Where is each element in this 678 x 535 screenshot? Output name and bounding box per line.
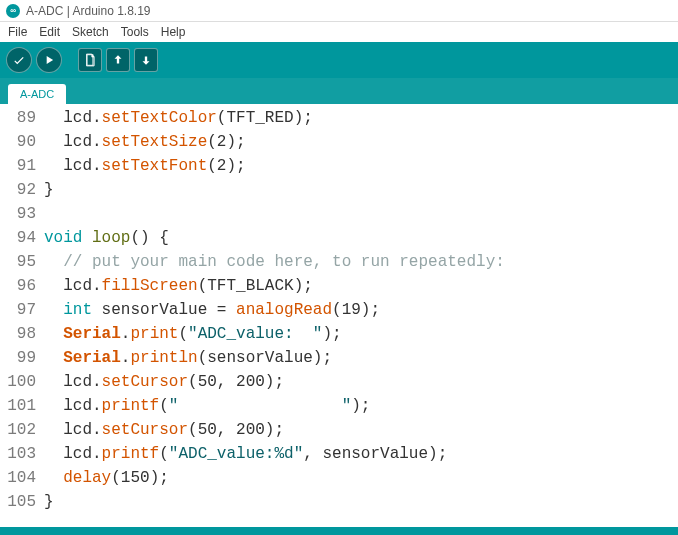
line-number: 99: [0, 346, 44, 370]
code-content[interactable]: lcd.printf("ADC_value:%d", sensorValue);: [44, 442, 678, 466]
code-line[interactable]: 98 Serial.print("ADC_value: ");: [0, 322, 678, 346]
save-sketch-button[interactable]: [134, 48, 158, 72]
menu-tools[interactable]: Tools: [115, 23, 155, 41]
code-content[interactable]: lcd.fillScreen(TFT_BLACK);: [44, 274, 678, 298]
window-title: A-ADC | Arduino 1.8.19: [26, 4, 151, 18]
code-content[interactable]: void loop() {: [44, 226, 678, 250]
code-line[interactable]: 94void loop() {: [0, 226, 678, 250]
code-content[interactable]: delay(150);: [44, 466, 678, 490]
verify-button[interactable]: [6, 47, 32, 73]
open-sketch-button[interactable]: [106, 48, 130, 72]
code-content[interactable]: // put your main code here, to run repea…: [44, 250, 678, 274]
code-line[interactable]: 93: [0, 202, 678, 226]
tab-strip: A-ADC: [0, 78, 678, 104]
line-number: 104: [0, 466, 44, 490]
code-content[interactable]: lcd.setTextColor(TFT_RED);: [44, 106, 678, 130]
code-content[interactable]: lcd.setCursor(50, 200);: [44, 418, 678, 442]
menu-sketch[interactable]: Sketch: [66, 23, 115, 41]
code-content[interactable]: lcd.setTextSize(2);: [44, 130, 678, 154]
toolbar: [0, 42, 678, 78]
code-line[interactable]: 95 // put your main code here, to run re…: [0, 250, 678, 274]
code-line[interactable]: 100 lcd.setCursor(50, 200);: [0, 370, 678, 394]
line-number: 92: [0, 178, 44, 202]
line-number: 93: [0, 202, 44, 226]
code-line[interactable]: 90 lcd.setTextSize(2);: [0, 130, 678, 154]
line-number: 97: [0, 298, 44, 322]
code-content[interactable]: int sensorValue = analogRead(19);: [44, 298, 678, 322]
check-icon: [12, 53, 26, 67]
code-line[interactable]: 99 Serial.println(sensorValue);: [0, 346, 678, 370]
code-content[interactable]: }: [44, 178, 678, 202]
code-content[interactable]: lcd.setCursor(50, 200);: [44, 370, 678, 394]
menu-help[interactable]: Help: [155, 23, 192, 41]
arrow-right-icon: [42, 53, 56, 67]
code-line[interactable]: 103 lcd.printf("ADC_value:%d", sensorVal…: [0, 442, 678, 466]
line-number: 94: [0, 226, 44, 250]
status-bar: [0, 527, 678, 535]
arduino-app-icon: ∞: [6, 4, 20, 18]
code-line[interactable]: 89 lcd.setTextColor(TFT_RED);: [0, 106, 678, 130]
line-number: 105: [0, 490, 44, 514]
code-line[interactable]: 91 lcd.setTextFont(2);: [0, 154, 678, 178]
file-icon: [83, 53, 97, 67]
arrow-up-icon: [111, 53, 125, 67]
code-editor[interactable]: 89 lcd.setTextColor(TFT_RED);90 lcd.setT…: [0, 104, 678, 527]
code-content[interactable]: }: [44, 490, 678, 514]
menu-file[interactable]: File: [2, 23, 33, 41]
menu-edit[interactable]: Edit: [33, 23, 66, 41]
line-number: 91: [0, 154, 44, 178]
line-number: 98: [0, 322, 44, 346]
code-line[interactable]: 101 lcd.printf(" ");: [0, 394, 678, 418]
code-line[interactable]: 92}: [0, 178, 678, 202]
line-number: 100: [0, 370, 44, 394]
line-number: 101: [0, 394, 44, 418]
code-line[interactable]: 104 delay(150);: [0, 466, 678, 490]
code-content[interactable]: lcd.printf(" ");: [44, 394, 678, 418]
line-number: 89: [0, 106, 44, 130]
code-line[interactable]: 102 lcd.setCursor(50, 200);: [0, 418, 678, 442]
code-line[interactable]: 105}: [0, 490, 678, 514]
line-number: 102: [0, 418, 44, 442]
line-number: 96: [0, 274, 44, 298]
code-content[interactable]: Serial.println(sensorValue);: [44, 346, 678, 370]
line-number: 90: [0, 130, 44, 154]
code-content[interactable]: lcd.setTextFont(2);: [44, 154, 678, 178]
line-number: 103: [0, 442, 44, 466]
new-sketch-button[interactable]: [78, 48, 102, 72]
code-line[interactable]: 97 int sensorValue = analogRead(19);: [0, 298, 678, 322]
title-bar: ∞ A-ADC | Arduino 1.8.19: [0, 0, 678, 22]
arrow-down-icon: [139, 53, 153, 67]
upload-button[interactable]: [36, 47, 62, 73]
line-number: 95: [0, 250, 44, 274]
code-content[interactable]: Serial.print("ADC_value: ");: [44, 322, 678, 346]
code-content[interactable]: [44, 202, 678, 226]
sketch-tab[interactable]: A-ADC: [8, 84, 66, 104]
menu-bar: File Edit Sketch Tools Help: [0, 22, 678, 42]
code-line[interactable]: 96 lcd.fillScreen(TFT_BLACK);: [0, 274, 678, 298]
